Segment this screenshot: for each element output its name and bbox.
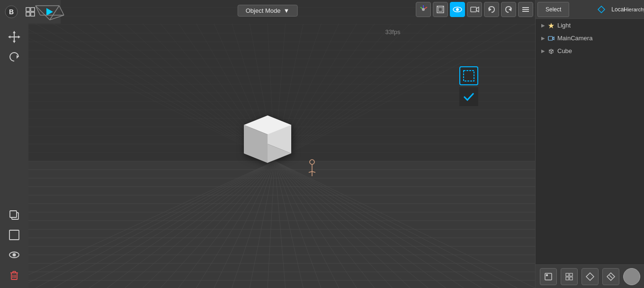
svg-line-11: [59, 6, 64, 15]
hierarchy-item-maincamera[interactable]: ▶ MainCamera: [536, 32, 644, 45]
svg-line-77: [609, 275, 612, 278]
svg-rect-4: [26, 12, 30, 16]
visibility-tool[interactable]: [6, 246, 23, 263]
orientation-gizmo[interactable]: [416, 2, 431, 17]
hierarchy-item-light[interactable]: ▶ Light: [536, 19, 644, 32]
arrow-icon: ▶: [541, 23, 545, 28]
light-label: Light: [557, 22, 571, 29]
svg-rect-70: [546, 274, 548, 276]
fps-value: 33fps: [385, 28, 401, 36]
svg-rect-72: [570, 273, 572, 276]
hierarchy-list: ▶ Light ▶ MainCamera ▶ Cube: [536, 19, 644, 57]
copy-tool[interactable]: [6, 207, 23, 224]
hierarchy-item-cube[interactable]: ▶ Cube: [536, 45, 644, 57]
svg-line-7: [36, 6, 50, 20]
move-tool[interactable]: [6, 28, 23, 45]
panel-btn-circle[interactable]: [623, 268, 640, 285]
perspective-icon[interactable]: [433, 2, 448, 17]
viewport[interactable]: B: [0, 0, 535, 288]
svg-point-57: [310, 160, 314, 164]
fps-counter: 33fps: [385, 28, 401, 36]
svg-rect-71: [566, 273, 569, 276]
select-box-icon[interactable]: [459, 66, 478, 85]
svg-rect-24: [471, 7, 476, 12]
svg-rect-73: [566, 277, 569, 280]
svg-marker-36: [8, 36, 10, 38]
svg-marker-35: [13, 41, 16, 43]
svg-marker-37: [18, 36, 20, 38]
select-check[interactable]: [459, 87, 478, 106]
cube-icon: [548, 48, 555, 54]
svg-point-23: [456, 8, 459, 11]
svg-rect-64: [548, 36, 553, 40]
viewport-controls: [416, 2, 533, 17]
svg-point-17: [422, 8, 425, 11]
svg-rect-19: [438, 8, 442, 11]
select-button[interactable]: Select: [537, 2, 569, 17]
mode-label: Object Mode: [246, 7, 281, 14]
svg-rect-74: [570, 277, 572, 280]
arrow-icon: ▶: [541, 36, 545, 41]
main-camera-icon: [548, 35, 555, 42]
refresh-tool[interactable]: [6, 48, 23, 65]
svg-marker-26: [489, 8, 492, 11]
svg-line-8: [50, 6, 59, 20]
svg-marker-34: [13, 31, 16, 33]
svg-rect-40: [10, 211, 17, 217]
hierarchy-label[interactable]: Hierarchy: [628, 2, 642, 17]
svg-text:B: B: [9, 8, 14, 16]
panel-btn-layers[interactable]: [561, 268, 578, 285]
mode-dropdown[interactable]: Object Mode ▼: [238, 5, 298, 17]
svg-marker-62: [598, 6, 605, 13]
light-icon: [548, 22, 555, 29]
menu-icon[interactable]: [518, 2, 533, 17]
nav-row: Select Local Hierarchy: [536, 0, 644, 19]
svg-line-60: [312, 171, 315, 172]
svg-marker-75: [586, 273, 594, 280]
delete-tool[interactable]: [6, 266, 23, 283]
svg-marker-27: [509, 8, 511, 11]
svg-point-43: [13, 253, 16, 257]
svg-marker-68: [549, 50, 551, 54]
frame-tool[interactable]: [6, 226, 23, 243]
panel-btn-delete[interactable]: [602, 268, 619, 285]
right-panel: Select Local Hierarchy ▶ Light ▶ MainC: [535, 0, 644, 288]
redo-icon[interactable]: [501, 2, 516, 17]
svg-rect-41: [9, 230, 19, 240]
right-panel-bottom: [536, 264, 644, 288]
svg-rect-31: [464, 71, 474, 81]
camera-gizmo: [31, 1, 69, 39]
svg-line-59: [309, 171, 312, 172]
chevron-down-icon: ▼: [283, 7, 289, 14]
app-logo[interactable]: B: [4, 4, 19, 19]
visibility-icon[interactable]: [450, 2, 465, 17]
panel-btn-mesh[interactable]: [581, 268, 599, 285]
svg-rect-2: [26, 8, 30, 11]
svg-line-9: [50, 15, 64, 20]
diamond-icon[interactable]: [594, 2, 608, 17]
svg-line-12: [36, 6, 40, 15]
undo-icon[interactable]: [484, 2, 499, 17]
cube-label: Cube: [557, 47, 572, 54]
scene-figure: [305, 158, 319, 180]
camera-render-icon[interactable]: [467, 2, 482, 17]
maincamera-label: MainCamera: [557, 35, 592, 42]
left-sidebar: [0, 24, 28, 288]
panel-btn-render[interactable]: [540, 268, 557, 285]
arrow-icon: ▶: [541, 48, 545, 54]
cube-3d: [230, 101, 305, 179]
svg-marker-63: [548, 23, 554, 28]
